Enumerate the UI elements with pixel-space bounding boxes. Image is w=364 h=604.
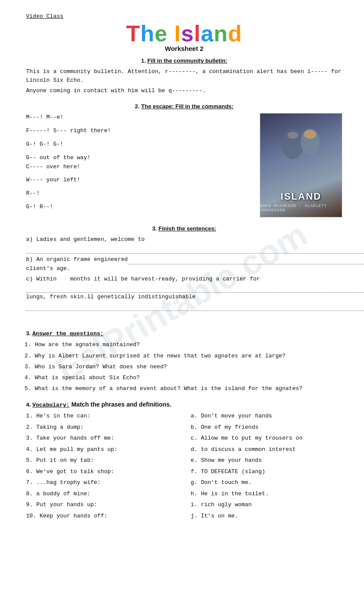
island-logo: ISLAND [281,191,321,202]
finish-text: a) Ladies and gentlemen, welcome to . b)… [26,235,364,322]
section-4: 4. Vocabulary: Match the phrases and def… [26,401,342,523]
section-2-title: The escape: Fill in the commands: [141,103,233,110]
question-5: What is the memory of a shared event abo… [35,384,342,393]
section-1-header: 1. Fill in the community bulletin: [26,57,342,64]
section-3b-title: Answer the questions: [32,330,103,337]
question-3: Who is Sara Jordan? What does she need? [35,363,342,371]
title-letter-n: n [214,21,228,46]
vocab-right-f: f. TO DEFECATE (slang) [191,467,342,476]
vocab-left-1: 1. He's in the can: [26,412,178,420]
title-letter-e: e [155,21,168,46]
section-2-header: 2. The escape: Fill in the commands: [26,103,342,110]
section-3-title: Finish the sentences: [159,225,216,232]
command-1: M---! M--e! [26,113,251,122]
sentence-c-blank2 [26,301,364,310]
section-1-para1: This is a community bulletin. Attention,… [26,67,342,85]
video-class-label: Video Class [26,13,342,20]
questions-list: How are the agnates maintained? Why is A… [35,340,342,393]
vocab-right-g: g. Don't touch me. [191,478,342,487]
vocab-right-a: a. Don't move your hands [191,412,342,420]
vocab-left-2: 2. Taking a dump: [26,423,178,432]
section-4-header: 4. Vocabulary: Match the phrases and def… [26,401,342,408]
svg-point-2 [304,130,316,139]
vocab-right-e: e. Show me your hands [191,456,342,465]
vocab-left-9: 9. Put your hands up: [26,501,178,509]
section-3b: 3. Answer the questions: How are the agn… [26,330,342,393]
movie-poster-1: ISLAND EWAN McGREGOR · SCARLETT JOHANSSO… [260,113,342,217]
vocab-right-j: j. It's on me. [191,512,342,521]
vocab-left-7: 7. ...hag trophy wife: [26,478,178,487]
title-letter-l: l [194,21,201,46]
vocab-right-b: b. One of my friends [191,423,342,432]
finish-container: a) Ladies and gentlemen, welcome to . b)… [26,235,342,322]
vocab-left-col: 1. He's in the can: 2. Taking a dump: 3.… [26,412,178,523]
vocab-left-6: 6. We've got to talk shop: [26,467,178,476]
vocab-container: 1. He's in the can: 2. Taking a dump: 3.… [26,412,342,523]
movie-poster-1-inner: ISLAND EWAN McGREGOR · SCARLETT JOHANSSO… [260,113,342,217]
command-4: G-- out of the way!C---- over here! [26,154,251,172]
commands-text: M---! M--e! F-----! S--- right there! G-… [26,113,251,217]
section-4-vocab-label: Vocabulary: [32,402,69,408]
section-2-number: 2. [135,103,141,110]
vocab-left-5: 5. Put it on my tab: [26,456,178,465]
vocab-left-8: 8. a buddy of mine: [26,490,178,498]
sentence-c-blank1 [26,284,364,293]
vocab-right-d: d. to discuss a common interest [191,445,342,454]
section-1-title: Fill in the community bulletin: [147,57,227,64]
section-1: 1. Fill in the community bulletin: This … [26,57,342,95]
command-6: R--! [26,189,251,198]
title-letter-h: h [140,21,155,46]
section-4-rest: Match the phrases and definitions. [69,401,171,408]
section-3b-header: 3. Answer the questions: [26,330,342,337]
title-letter-d: d [228,21,242,46]
vocab-right-i: i. rich ugly woman [191,501,342,509]
sentence-b-blank [128,255,364,264]
section-3-number: 3. [152,225,158,232]
sentence-a: a) Ladies and gentlemen, welcome to . [26,235,364,253]
title-letter-a: a [201,21,214,46]
question-4: What is special about Six Echo? [35,374,342,382]
section-4-number: 4. [26,401,32,408]
vocab-right-c: c. Allow me to put my trousers on [191,434,342,443]
title-letter-s: s [181,21,194,46]
question-1: How are the agnates maintained? [35,340,342,349]
title-letter-T: T [126,21,140,46]
question-2: Why is Albert Laurent surprised at the n… [35,352,342,360]
section-3b-number: 3. [26,330,32,337]
command-2: F-----! S--- right there! [26,127,251,136]
section-1-number: 1. [141,57,147,64]
section-1-para2: Anyone coming in contact with him will b… [26,87,342,95]
vocab-left-10: 10. Keep your hands off: [26,512,178,521]
title-letter-I: I [174,21,181,46]
vocab-left-4: 4. Let me pull my pants up: [26,445,178,454]
movie-title: The Island [26,22,342,45]
sentence-a-blank [26,244,364,254]
title-container: The Island Worksheet 2 [26,22,342,52]
poster-figures-svg [262,122,341,174]
command-3: G-! G-! G-! [26,140,251,149]
section-3-header: 3. Finish the sentences: [26,225,342,232]
command-5: W---- your left! [26,176,251,185]
vocab-left-3: 3. Take your hands off me: [26,434,178,443]
sentence-c: c) Within months it will be harvest-read… [26,275,364,311]
svg-point-3 [288,132,298,139]
section-3-finish: 3. Finish the sentences: a) Ladies and g… [26,225,342,322]
vocab-right-h: h. He is in the toilet. [191,490,342,498]
vocab-right-col: a. Don't move your hands b. One of my fr… [191,412,342,523]
commands-container: M---! M--e! F-----! S--- right there! G-… [26,113,342,217]
sentence-b: b) An organic frame engineered to match … [26,255,364,273]
command-7: G-! R--! [26,203,251,212]
worksheet-subtitle: Worksheet 2 [26,45,342,52]
section-2: 2. The escape: Fill in the commands: M--… [26,103,342,217]
island-poster-actors: EWAN McGREGOR · SCARLETT JOHANSSON [260,204,342,213]
